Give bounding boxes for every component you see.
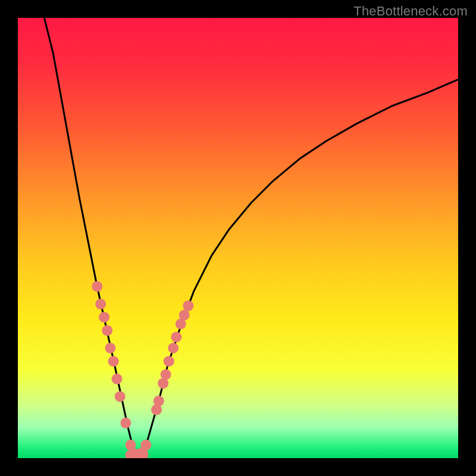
data-marker bbox=[179, 310, 190, 321]
data-marker bbox=[120, 418, 131, 428]
gradient-background bbox=[18, 18, 458, 458]
chart-svg bbox=[18, 18, 458, 458]
data-marker bbox=[183, 300, 193, 311]
data-marker bbox=[140, 440, 151, 450]
data-marker bbox=[102, 325, 112, 336]
data-marker bbox=[92, 281, 102, 292]
data-marker bbox=[115, 391, 126, 402]
data-marker bbox=[108, 356, 119, 367]
data-marker bbox=[168, 343, 178, 353]
data-marker bbox=[99, 312, 109, 322]
plot-area bbox=[18, 18, 458, 458]
data-marker bbox=[154, 396, 164, 406]
data-marker bbox=[112, 374, 123, 384]
chart-frame: TheBottleneck.com bbox=[0, 0, 476, 476]
data-marker bbox=[95, 299, 106, 309]
data-marker bbox=[171, 332, 181, 343]
data-marker bbox=[164, 356, 174, 367]
data-marker bbox=[105, 343, 115, 353]
data-marker bbox=[161, 369, 171, 380]
watermark-text: TheBottleneck.com bbox=[353, 4, 468, 19]
